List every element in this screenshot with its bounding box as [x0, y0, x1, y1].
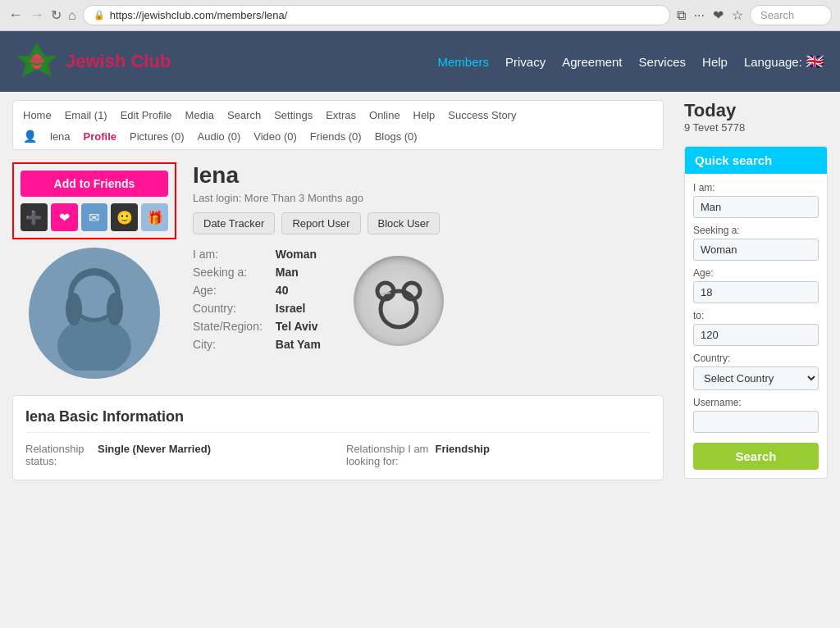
quick-search-header: Quick search — [685, 147, 827, 174]
tab-help[interactable]: Help — [413, 107, 436, 123]
rel-looking-label: Relationship I amlooking for: — [346, 443, 428, 467]
svg-point-7 — [107, 293, 123, 325]
right-sidebar: Today 9 Tevet 5778 Quick search I am: Se… — [684, 100, 828, 576]
qs-seeking-label: Seeking a: — [693, 225, 819, 236]
tab-blogs[interactable]: Blogs (0) — [375, 130, 418, 143]
age-label: Age: — [193, 284, 262, 297]
logo-text: Jewish Club — [66, 51, 171, 72]
qs-i-am-input[interactable] — [693, 196, 819, 218]
back-icon[interactable]: ← — [8, 7, 23, 24]
basic-info-grid: Relationshipstatus: Single (Never Marrie… — [25, 443, 651, 467]
last-login-text: Last login: More Than 3 Months ago — [193, 192, 664, 204]
rel-looking-value: Friendship — [435, 443, 489, 467]
message-icon-button[interactable]: ✉ — [81, 203, 108, 231]
qs-country-field: Country: Select Country — [693, 353, 819, 390]
tab-media[interactable]: Media — [185, 107, 214, 123]
language-label: Language: 🇬🇧 — [744, 52, 824, 71]
qs-i-am-field: I am: — [693, 182, 819, 218]
basic-info-title: Iena Basic Information — [25, 408, 651, 433]
rel-status-label: Relationshipstatus: — [25, 443, 91, 467]
tab-success-story[interactable]: Success Story — [448, 107, 516, 123]
tab-online[interactable]: Online — [369, 107, 400, 123]
profile-left-col: Add to Friends ➕ ❤ ✉ 🙂 🎁 — [12, 162, 176, 379]
action-buttons: Date Tracker Report User Block User — [193, 212, 664, 234]
tab-audio[interactable]: Audio (0) — [198, 130, 241, 143]
nav-agreement[interactable]: Agreement — [562, 55, 622, 69]
qs-country-select[interactable]: Select Country — [693, 366, 819, 390]
gift-icon-button[interactable]: 🎁 — [141, 203, 168, 231]
nav-services[interactable]: Services — [639, 55, 687, 69]
quick-search-button[interactable]: Search — [693, 443, 819, 470]
nav-tabs-bar: Home Email (1) Edit Profile Media Search… — [12, 100, 664, 150]
city-label: City: — [193, 338, 262, 351]
taurus-symbol — [366, 268, 431, 334]
avatar-image — [45, 256, 144, 371]
report-user-button[interactable]: Report User — [281, 212, 360, 234]
age-value: 40 — [276, 284, 321, 297]
add-icon-button[interactable]: ➕ — [21, 203, 48, 231]
zodiac-sign — [354, 256, 444, 346]
tab-profile[interactable]: Profile — [84, 130, 116, 143]
tab-search[interactable]: Search — [227, 107, 261, 123]
date-tracker-button[interactable]: Date Tracker — [193, 212, 275, 234]
refresh-icon[interactable]: ↻ — [51, 7, 62, 23]
tab-email[interactable]: Email (1) — [65, 107, 107, 123]
qs-age-input[interactable] — [693, 281, 819, 303]
nav-help[interactable]: Help — [702, 55, 728, 69]
tab-icon[interactable]: ⧉ — [677, 8, 686, 23]
relationship-looking-item: Relationship I amlooking for: Friendship — [346, 443, 651, 467]
qs-to-input[interactable] — [693, 324, 819, 346]
qs-to-label: to: — [693, 310, 819, 321]
flag-icon: 🇬🇧 — [806, 53, 824, 70]
tab-friends[interactable]: Friends (0) — [310, 130, 362, 143]
add-friends-button[interactable]: Add to Friends — [21, 171, 168, 197]
qs-username-input[interactable] — [693, 411, 819, 433]
city-value: Bat Yam — [276, 338, 321, 351]
bookmark-icon[interactable]: ☆ — [732, 7, 743, 23]
pocket-icon[interactable]: ❤ — [713, 7, 724, 23]
tab-pictures[interactable]: Pictures (0) — [130, 130, 184, 143]
qs-i-am-label: I am: — [693, 182, 819, 193]
url-text: https://jewishclub.com/members/lena/ — [110, 9, 288, 21]
nav-members[interactable]: Members — [437, 55, 489, 69]
home-icon[interactable]: ⌂ — [68, 8, 76, 23]
quick-search-panel: Quick search I am: Seeking a: Age: to: — [684, 146, 828, 479]
nav-privacy[interactable]: Privacy — [505, 55, 546, 69]
logo-icon — [16, 41, 57, 82]
user-link[interactable]: lena — [50, 130, 71, 143]
menu-icon[interactable]: ··· — [694, 8, 705, 23]
forward-icon[interactable]: → — [30, 7, 44, 24]
site-nav: Members Privacy Agreement Services Help … — [437, 52, 824, 71]
svg-point-6 — [66, 293, 82, 325]
i-am-label: I am: — [193, 248, 262, 261]
seeking-value: Man — [276, 266, 321, 279]
zodiac-container — [354, 248, 444, 351]
nav-tabs-bottom: 👤 lena Profile Pictures (0) Audio (0) Vi… — [23, 130, 653, 143]
state-value: Tel Aviv — [276, 320, 321, 333]
tab-edit-profile[interactable]: Edit Profile — [121, 107, 172, 123]
profile-avatar — [29, 248, 160, 379]
heart-icon-button[interactable]: ❤ — [51, 203, 78, 231]
qs-username-label: Username: — [693, 397, 819, 408]
tab-settings[interactable]: Settings — [274, 107, 313, 123]
lock-icon: 🔒 — [94, 10, 105, 20]
rel-status-value: Single (Never Married) — [98, 443, 211, 467]
svg-point-8 — [381, 291, 417, 327]
tab-home[interactable]: Home — [23, 107, 52, 123]
url-bar[interactable]: 🔒 https://jewishclub.com/members/lena/ — [83, 5, 670, 25]
action-box: Add to Friends ➕ ❤ ✉ 🙂 🎁 — [12, 162, 176, 239]
qs-seeking-input[interactable] — [693, 239, 819, 261]
qs-age-label: Age: — [693, 267, 819, 279]
tab-extras[interactable]: Extras — [326, 107, 356, 123]
block-user-button[interactable]: Block User — [368, 212, 441, 234]
state-label: State/Region: — [193, 320, 262, 333]
relationship-status-item: Relationshipstatus: Single (Never Marrie… — [25, 443, 330, 467]
icon-row: ➕ ❤ ✉ 🙂 🎁 — [21, 203, 168, 231]
browser-search-input[interactable]: Search — [750, 5, 832, 25]
today-box: Today 9 Tevet 5778 — [684, 100, 828, 134]
country-label: Country: — [193, 302, 262, 315]
profile-area: Add to Friends ➕ ❤ ✉ 🙂 🎁 — [12, 162, 664, 379]
qs-to-field: to: — [693, 310, 819, 346]
tab-video[interactable]: Video (0) — [253, 130, 297, 143]
emoji-icon-button[interactable]: 🙂 — [111, 203, 138, 231]
